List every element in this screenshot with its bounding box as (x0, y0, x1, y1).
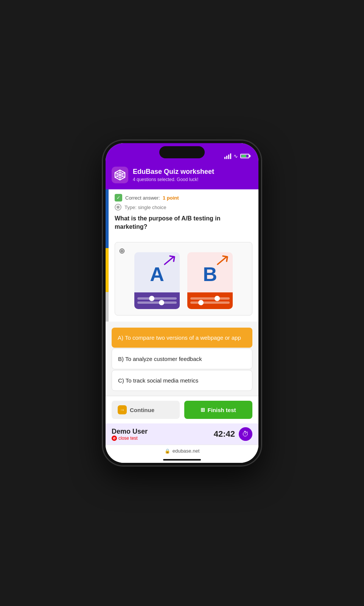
answer-status: ✓ Correct answer: 1 point (115, 194, 252, 201)
wifi-icon: ∿ (233, 153, 238, 159)
progress-blue (106, 189, 109, 248)
app-subtitle: 4 questions selected. Good luck! (133, 177, 252, 182)
app-title: EduBase Quiz worksheet (133, 168, 252, 176)
progress-yellow (106, 248, 109, 292)
ab-letter-b: B (203, 264, 217, 284)
status-icons: ∿ (224, 153, 249, 159)
answer-option-b[interactable]: B) To analyze customer feedback (112, 348, 252, 369)
user-name: Demo User (112, 428, 148, 436)
user-bar: Demo User ⊘ close test 42:42 ⏱ (106, 423, 258, 445)
notch (159, 146, 205, 158)
bottom-actions: → Continue ⊞ Finish test (106, 396, 258, 423)
battery-icon (240, 154, 249, 158)
browser-url: edubase.net (173, 448, 200, 454)
close-icon: ⊘ (112, 436, 117, 441)
arrow-up-purple-icon (163, 255, 177, 269)
ab-letter-a: A (150, 264, 164, 284)
ab-testing-illustration: A (134, 248, 233, 309)
question-content: ✓ Correct answer: 1 point Type: single c… (106, 189, 258, 242)
slider-visual-a (137, 297, 177, 304)
lock-icon: 🔒 (165, 448, 170, 454)
slider-thumb-1b (215, 296, 220, 301)
ab-card-b-bottom (187, 292, 233, 309)
check-badge: ✓ (115, 194, 122, 201)
continue-button[interactable]: → Continue (112, 401, 180, 419)
slider-thumb-2a (159, 300, 164, 305)
slider-track-1b (190, 297, 230, 300)
slider-thumb-2b (198, 300, 204, 305)
phone-screen: ∿ EduBase Quiz worksheet 4 questions s (106, 143, 258, 463)
answer-option-a[interactable]: A) To compare two versions of a webpage … (112, 328, 252, 348)
home-bar[interactable] (163, 459, 201, 461)
finish-test-button[interactable]: ⊞ Finish test (184, 401, 252, 419)
ab-card-a: A (134, 252, 180, 309)
slider-track-1a (137, 297, 177, 300)
user-info: Demo User ⊘ close test (112, 428, 148, 441)
ab-card-b: B (187, 252, 233, 309)
slider-track-2a (137, 301, 177, 304)
zoom-icon[interactable]: ⊕ (119, 246, 125, 255)
app-logo (112, 167, 128, 183)
ab-card-a-bottom (134, 292, 180, 309)
phone-frame: ∿ EduBase Quiz worksheet 4 questions s (103, 140, 261, 466)
answers-section: A) To compare two versions of a webpage … (106, 322, 258, 396)
ab-image-container: ⊕ A (115, 242, 252, 315)
close-test-button[interactable]: ⊘ close test (112, 436, 148, 441)
type-label: Type: single choice (124, 205, 166, 210)
slider-visual-b (190, 297, 230, 304)
ab-card-b-top: B (187, 252, 233, 292)
slider-thumb-1a (149, 296, 154, 301)
slider-track-2b (190, 301, 230, 304)
answer-label: Correct answer: 1 point (125, 195, 179, 201)
signal-icon (224, 153, 231, 159)
progress-gray (106, 292, 109, 322)
content-area: ✓ Correct answer: 1 point Type: single c… (106, 189, 258, 396)
radio-icon (115, 204, 121, 211)
ab-card-a-top: A (134, 252, 180, 292)
arrow-up-orange-icon (216, 255, 230, 269)
flag-icon: ⊞ (201, 407, 205, 413)
answer-option-c[interactable]: C) To track social media metrics (112, 370, 252, 391)
browser-bar: 🔒 edubase.net (106, 445, 258, 457)
app-title-block: EduBase Quiz worksheet 4 questions selec… (133, 168, 252, 182)
timer-icon: ⏱ (239, 427, 252, 441)
timer-display: 42:42 (214, 429, 235, 439)
continue-arrow-icon: → (118, 405, 127, 414)
timer-section: 42:42 ⏱ (214, 427, 252, 441)
type-row: Type: single choice (115, 204, 252, 211)
question-card: ✓ Correct answer: 1 point Type: single c… (106, 189, 258, 322)
progress-sidebar (106, 189, 109, 322)
question-text: What is the purpose of A/B testing in ma… (115, 214, 252, 231)
app-header: EduBase Quiz worksheet 4 questions selec… (106, 162, 258, 189)
home-indicator (106, 457, 258, 463)
